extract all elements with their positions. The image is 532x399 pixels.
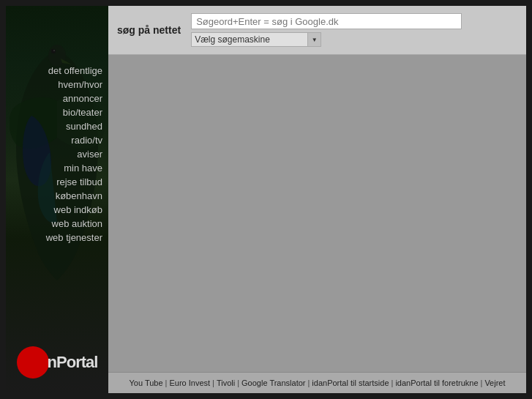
main-content: søg på nettet Vælg søgemaskine ▼ You Tub… <box>108 6 526 393</box>
footer-link[interactable]: Tivoli <box>217 379 235 387</box>
sidebar-nav-item[interactable]: rejse tilbud <box>56 176 102 188</box>
footer-link[interactable]: Google Translator <box>241 379 305 387</box>
logo-circle <box>17 346 49 379</box>
footer-separator: | <box>212 379 214 387</box>
footer-link[interactable]: Vejret <box>484 379 505 387</box>
sidebar-nav-item[interactable]: sundhed <box>66 120 102 133</box>
main-frame: det offentligehvem/hvorannoncerbio/teate… <box>6 6 526 393</box>
sidebar-nav-item[interactable]: bio/teater <box>63 106 102 119</box>
sidebar-nav-item[interactable]: web tjenester <box>46 231 102 244</box>
sidebar-nav-item[interactable]: annoncer <box>63 92 102 105</box>
sidebar-nav-item[interactable]: københavn <box>56 190 102 202</box>
sidebar-nav-item[interactable]: radio/tv <box>71 134 102 146</box>
footer-link[interactable]: You Tube <box>129 379 162 387</box>
footer-separator: | <box>237 379 239 387</box>
header-title: søg på nettet <box>117 24 181 36</box>
sidebar-nav-item[interactable]: det offentlige <box>48 64 102 77</box>
footer-separator: | <box>308 379 310 387</box>
header: søg på nettet Vælg søgemaskine ▼ <box>108 6 526 55</box>
footer-links: You Tube|Euro Invest|Tivoli|Google Trans… <box>117 379 517 387</box>
sidebar-nav-item[interactable]: web indkøb <box>54 204 102 216</box>
footer-link[interactable]: Euro Invest <box>169 379 210 387</box>
logo-text: nPortal <box>48 353 98 372</box>
footer-separator: | <box>165 379 168 387</box>
sidebar-nav-item[interactable]: web auktion <box>52 217 102 230</box>
sidebar-nav-item[interactable]: aviser <box>77 148 102 160</box>
footer-separator: | <box>481 379 483 387</box>
sidebar-logo: nPortal <box>6 346 108 379</box>
footer: You Tube|Euro Invest|Tivoli|Google Trans… <box>108 372 526 393</box>
footer-link[interactable]: idanPortal til startside <box>312 379 389 387</box>
sidebar-nav-item[interactable]: min have <box>64 162 102 174</box>
search-input[interactable] <box>191 13 462 29</box>
search-select-row: Vælg søgemaskine ▼ <box>191 32 462 47</box>
footer-separator: | <box>391 379 394 387</box>
search-area: Vælg søgemaskine ▼ <box>191 13 462 47</box>
sidebar: det offentligehvem/hvorannoncerbio/teate… <box>6 6 108 393</box>
main-body <box>108 55 526 372</box>
sidebar-nav: det offentligehvem/hvorannoncerbio/teate… <box>6 6 108 244</box>
sidebar-nav-item[interactable]: hvem/hvor <box>58 78 102 91</box>
footer-link[interactable]: idanPortal til foretrukne <box>395 379 478 387</box>
search-engine-select[interactable]: Vælg søgemaskine <box>191 32 308 47</box>
select-arrow-icon[interactable]: ▼ <box>308 32 321 47</box>
